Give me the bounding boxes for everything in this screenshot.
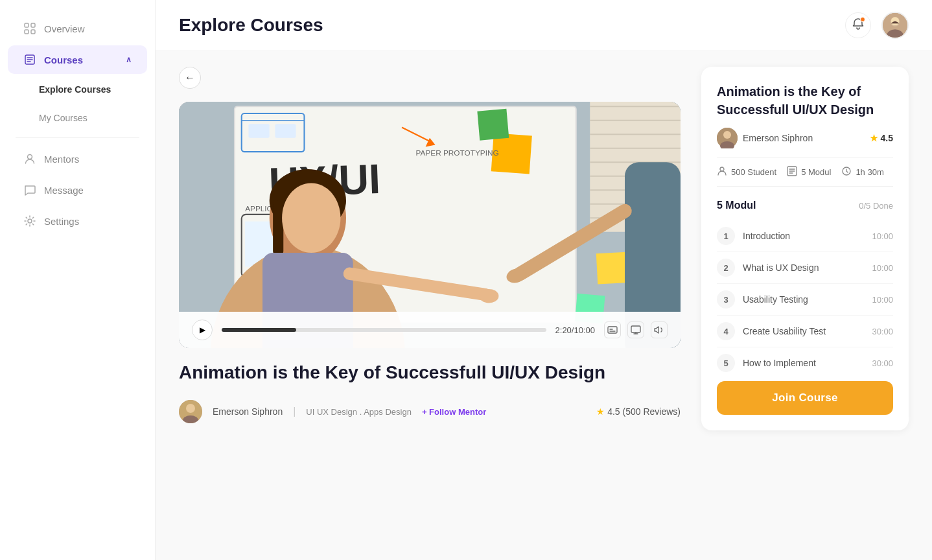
module-item-1[interactable]: 1 Introduction 10:00 (717, 220, 893, 252)
students-icon (717, 166, 727, 178)
module-item-3[interactable]: 3 Usability Testing 10:00 (717, 284, 893, 316)
book-icon (23, 53, 36, 66)
card-stat-students: 500 Student (717, 166, 776, 178)
svg-point-59 (186, 404, 195, 413)
header: Explore Courses (156, 0, 932, 51)
chat-icon (23, 183, 36, 196)
svg-rect-39 (596, 252, 629, 285)
video-player: UX/UI APPLICATION PAPER PROTOTYPI (179, 102, 681, 348)
course-title-section: Animation is the Key of Successfull UI/U… (179, 361, 681, 384)
module-number: 1 (717, 227, 735, 245)
sidebar-divider (16, 137, 139, 138)
card-rating: ★ 4.5 (870, 133, 893, 143)
svg-point-9 (28, 219, 32, 223)
clock-icon (841, 166, 852, 178)
svg-rect-36 (477, 109, 509, 141)
card-stats: 500 Student 5 Modul 1h 30m (717, 158, 893, 187)
modules-done: 0/5 Done (859, 201, 893, 211)
svg-rect-29 (249, 124, 270, 138)
sidebar-item-settings[interactable]: Settings (8, 207, 147, 235)
card-mentor-name: Emerson Siphron (743, 133, 813, 143)
module-time: 30:00 (872, 358, 893, 368)
user-avatar[interactable] (881, 12, 909, 39)
module-name: Create Usability Test (743, 326, 864, 336)
svg-point-48 (479, 289, 498, 303)
video-thumbnail: UX/UI APPLICATION PAPER PROTOTYPI (179, 102, 681, 348)
card-mentor-avatar (717, 128, 738, 148)
course-tags: UI UX Design . Apps Design (306, 407, 412, 417)
svg-point-45 (282, 183, 340, 253)
sidebar-item-explore-courses[interactable]: Explore Courses (23, 76, 147, 102)
page-title: Explore Courses (179, 15, 323, 36)
svg-point-62 (723, 131, 731, 139)
module-number: 3 (717, 290, 735, 309)
time-display: 2:20/10:00 (555, 325, 595, 335)
settings-icon (23, 215, 36, 228)
module-item-4[interactable]: 4 Create Usability Test 30:00 (717, 316, 893, 347)
sidebar-item-mentors-label: Mentors (44, 154, 79, 165)
svg-point-64 (720, 167, 724, 171)
course-rating-main: ★ 4.5 (500 Reviews) (596, 406, 681, 417)
module-time: 10:00 (872, 263, 893, 273)
main-content: Explore Courses (156, 0, 932, 560)
module-name: What is UX Design (743, 262, 864, 273)
card-mentor-info: Emerson Siphron (717, 128, 813, 148)
students-count: 500 Student (731, 167, 776, 177)
card-rating-value: 4.5 (881, 133, 893, 143)
card-stat-duration: 1h 30m (841, 166, 883, 178)
play-icon: ▶ (200, 325, 205, 334)
module-time: 10:00 (872, 231, 893, 241)
header-actions (845, 12, 909, 39)
module-number: 5 (717, 354, 735, 372)
sidebar-item-my-courses[interactable]: My Courses (23, 105, 147, 131)
screen-button[interactable] (627, 321, 644, 338)
svg-point-8 (28, 155, 32, 159)
sidebar-item-mentors[interactable]: Mentors (8, 145, 147, 173)
volume-button[interactable] (651, 321, 668, 338)
sidebar-item-courses[interactable]: Courses ∧ (8, 45, 147, 74)
svg-rect-2 (25, 30, 29, 34)
module-time: 10:00 (872, 295, 893, 305)
play-button[interactable]: ▶ (192, 320, 213, 340)
progress-fill (222, 328, 296, 332)
card-mentor-row: Emerson Siphron ★ 4.5 (717, 128, 893, 148)
sidebar-item-overview[interactable]: Overview (8, 14, 147, 43)
duration-value: 1h 30m (856, 167, 883, 177)
right-panel: Animation is the Key of Successfull UI/U… (701, 67, 909, 544)
sidebar-item-message-label: Message (44, 185, 84, 196)
course-info-card: Animation is the Key of Successfull UI/U… (701, 67, 909, 430)
explore-courses-label: Explore Courses (39, 84, 111, 95)
module-item-2[interactable]: 2 What is UX Design 10:00 (717, 252, 893, 284)
join-course-button[interactable]: Join Course (717, 381, 893, 415)
modules-icon (787, 166, 797, 178)
sidebar-item-courses-label: Courses (44, 54, 118, 65)
modules-title: 5 Modul (717, 200, 756, 211)
module-number: 2 (717, 259, 735, 277)
follow-mentor-button[interactable]: + Follow Mentor (422, 407, 486, 417)
module-name: Usability Testing (743, 294, 864, 305)
card-star-icon: ★ (870, 133, 878, 143)
notification-button[interactable] (845, 12, 871, 38)
svg-rect-52 (608, 327, 617, 333)
svg-rect-55 (631, 326, 640, 332)
sidebar-item-message[interactable]: Message (8, 176, 147, 204)
svg-point-13 (891, 17, 900, 25)
back-button[interactable]: ← (179, 67, 201, 89)
sidebar-item-overview-label: Overview (44, 23, 85, 34)
svg-rect-30 (275, 124, 296, 138)
card-course-title: Animation is the Key of Successfull UI/U… (717, 82, 893, 119)
rating-display: 4.5 (500 Reviews) (607, 406, 681, 417)
sidebar: Overview Courses ∧ Explore Courses My Co… (0, 0, 156, 560)
course-main-title: Animation is the Key of Successfull UI/U… (179, 361, 681, 384)
content-area: ← (156, 51, 932, 560)
svg-rect-0 (25, 23, 29, 27)
module-time: 30:00 (872, 327, 893, 336)
grid-icon (23, 22, 36, 35)
meta-divider: | (293, 406, 296, 417)
user-icon (23, 152, 36, 165)
module-item-5[interactable]: 5 How to Implement 30:00 (717, 347, 893, 379)
card-stat-modules: 5 Modul (787, 166, 831, 178)
progress-bar[interactable] (222, 328, 546, 332)
caption-button[interactable] (604, 321, 621, 338)
my-courses-label: My Courses (39, 113, 87, 123)
